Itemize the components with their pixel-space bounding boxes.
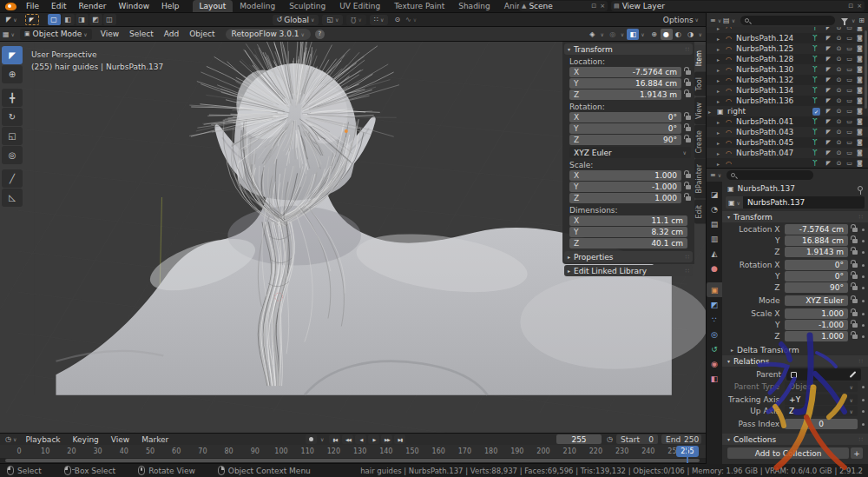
select-mode-intersect[interactable]: ◫ [103, 14, 116, 25]
menu-item[interactable]: Render [73, 0, 113, 12]
object-name-field[interactable]: NurbsPath.137 [743, 196, 865, 209]
disable-render-icon[interactable]: ◙ [856, 87, 864, 94]
properties-tab[interactable]: ∵ [707, 312, 722, 327]
lock-icon[interactable] [686, 127, 691, 131]
selectable-icon[interactable]: ◤ [825, 35, 832, 42]
lock-icon[interactable] [852, 335, 858, 339]
disable-render-icon[interactable]: ◙ [856, 149, 864, 156]
collapsed-panel-header[interactable]: ▸Properties∷ [564, 251, 693, 262]
outliner-row[interactable]: ▸ ◠ NurbsPath.132 ϒ ✓ ◤ ⊙ ▭ ◙ [707, 75, 868, 85]
disable-render-icon[interactable]: ◙ [856, 118, 864, 125]
selectable-icon[interactable]: ◤ [825, 45, 832, 52]
add-to-collection-button[interactable]: Add to Collection [727, 447, 849, 459]
active-tool-indicator[interactable]: ◤ [25, 14, 39, 25]
outliner-row[interactable]: ▸ ◠ NurbsPath.043 ϒ ✓ ◤ ⊙ ▭ ◙ [707, 127, 868, 137]
transform-panel-header[interactable]: ▾Transform∷ [564, 43, 693, 55]
disable-render-icon[interactable]: ◙ [856, 129, 864, 136]
editor-type-icon[interactable]: ▦∨ [0, 30, 17, 38]
value-field[interactable]: 16.884 cm [785, 235, 848, 246]
expand-icon[interactable]: ▸ [717, 98, 726, 104]
animate-dot[interactable] [862, 410, 865, 413]
value-field[interactable]: 1.9143 m [785, 247, 848, 257]
hide-icon[interactable]: ⊙ [835, 149, 843, 156]
xray-toggle-icon[interactable]: ◧ [627, 29, 639, 40]
n-panel-tab[interactable]: View [694, 97, 706, 124]
object-type-selector[interactable]: ▣∨ [726, 196, 743, 209]
outliner-scrollbar[interactable] [865, 30, 867, 109]
selectable-icon[interactable]: ◤ [825, 108, 832, 115]
shading-material-icon[interactable]: ◐ [673, 29, 685, 40]
hide-icon[interactable]: ⊙ [835, 87, 843, 94]
lock-icon[interactable] [686, 82, 691, 86]
prev-keyframe-button[interactable]: ◀◀ [342, 434, 353, 444]
animate-dot[interactable] [862, 335, 865, 338]
workspace-tab[interactable]: Texture Paint [387, 0, 451, 12]
lock-icon[interactable] [852, 228, 858, 232]
tool-button[interactable]: ↻ [2, 108, 23, 126]
shading-rendered-icon[interactable]: ◑ [685, 29, 697, 40]
selectable-icon[interactable]: ◤ [825, 27, 832, 31]
hide-icon[interactable]: ⊙ [835, 45, 843, 52]
value-field[interactable]: 0° [785, 271, 848, 282]
play-reverse-button[interactable]: ◀ [355, 434, 366, 444]
properties-tab[interactable]: ↺ [707, 341, 722, 356]
selectable-icon[interactable]: ◤ [825, 118, 832, 125]
timeline-ruler[interactable]: 0102030405060708090100110120130140150160… [0, 445, 706, 458]
display-mode-dropdown[interactable]: ≡∨ [709, 17, 722, 24]
tool-button[interactable]: ◎ [2, 146, 23, 164]
workspace-tab[interactable]: Shading [451, 0, 497, 12]
lock-icon[interactable] [686, 70, 691, 75]
jump-end-button[interactable]: ▶▮ [394, 434, 405, 444]
jump-start-button[interactable]: ▮◀ [329, 434, 340, 444]
rotation-field[interactable]: Z90° [569, 135, 681, 145]
pivot-point-dropdown[interactable]: ◱∨ [322, 15, 343, 25]
animate-dot[interactable] [862, 240, 865, 242]
outliner-filter-dropdown[interactable]: ▤∨ [722, 17, 736, 24]
outliner-search-input[interactable] [740, 16, 835, 25]
viewport-3d[interactable]: ◤⊕╋↻◱◎╱◺ User Perspective (255) hair gui… [0, 42, 706, 433]
disable-render-icon[interactable]: ◙ [856, 56, 864, 63]
outliner-row[interactable]: ▸ ◠ NurbsPath.124 ϒ ✓ ◤ ⊙ ▭ ◙ [707, 33, 868, 43]
properties-tab[interactable]: ◉ [707, 356, 722, 371]
snap-toggle[interactable]: Ω∨ [346, 15, 366, 25]
disable-viewport-icon[interactable]: ▭ [845, 76, 853, 83]
menu-item[interactable]: Window [113, 0, 156, 12]
expand-icon[interactable]: ▸ [717, 27, 726, 31]
value-field[interactable]: 90° [785, 282, 848, 293]
outliner-row[interactable]: ▸ ◠ NurbsPath.130 ϒ ✓ ◤ ⊙ ▭ ◙ [707, 64, 868, 75]
value-field[interactable]: 0° [785, 260, 848, 270]
properties-tab[interactable]: ◔ [707, 202, 722, 216]
location-field[interactable]: Z1.9143 m [569, 89, 681, 100]
disable-render-icon[interactable]: ◙ [856, 45, 864, 52]
copy-icon[interactable]: ⊡ [591, 3, 596, 10]
lock-icon[interactable] [852, 312, 858, 316]
lock-icon[interactable] [852, 275, 858, 279]
animate-dot[interactable] [862, 423, 865, 426]
outliner-row[interactable]: ▸ ◠ ϒ ✓ ◤ ⊙ ▭ ◙ [707, 27, 868, 33]
view-layer-selector[interactable]: ▤ View Layer ⊡ × [611, 1, 865, 11]
disable-viewport-icon[interactable]: ▭ [845, 149, 853, 156]
overlays-icon[interactable]: ◎ [607, 29, 619, 40]
properties-tab[interactable]: ◩ [707, 297, 722, 312]
relations-section-header[interactable]: ▾Relations∷ [722, 355, 868, 367]
animate-dot[interactable] [862, 229, 865, 231]
disable-render-icon[interactable]: ◙ [856, 76, 864, 83]
lock-icon[interactable] [686, 185, 691, 189]
scale-field[interactable]: X1.000 [569, 170, 681, 181]
timeline-menu-item[interactable]: Marker [135, 435, 174, 444]
properties-tab[interactable]: ▣ [707, 282, 722, 297]
disable-viewport-icon[interactable]: ▭ [845, 87, 853, 94]
properties-editor-icon[interactable]: ≡∨ [709, 171, 722, 179]
select-mode-invert[interactable]: ◩ [89, 14, 102, 25]
viewport-menu-item[interactable]: View [95, 30, 124, 38]
hide-icon[interactable]: ⊙ [835, 97, 843, 104]
disable-render-icon[interactable]: ◙ [856, 66, 864, 73]
expand-icon[interactable]: ▸ [717, 119, 726, 125]
selectable-icon[interactable]: ◤ [825, 160, 832, 167]
hide-icon[interactable]: ⊙ [835, 108, 843, 115]
lock-icon[interactable] [852, 323, 858, 328]
timeline-menu-item[interactable]: Keying [67, 435, 105, 444]
mode-dropdown[interactable]: ▣ Object Mode ∨ [20, 29, 92, 40]
hide-icon[interactable]: ⊙ [835, 118, 843, 125]
tool-button[interactable]: ◱ [2, 127, 23, 145]
